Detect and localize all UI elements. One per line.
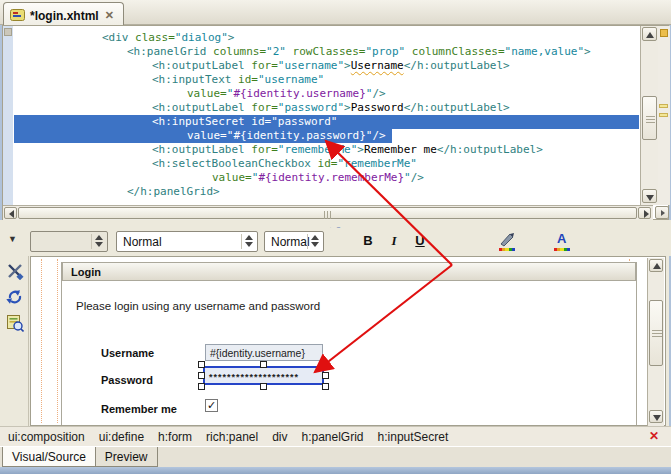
- code-line[interactable]: <h:panelGrid columns="2" rowClasses="pro…: [14, 45, 639, 59]
- scroll-thumb[interactable]: [642, 96, 657, 140]
- breadcrumb-item-ui-define[interactable]: ui:define: [99, 430, 144, 444]
- scroll-down-button[interactable]: [649, 410, 663, 423]
- code-token: #{identity.username}: [233, 87, 365, 100]
- code-token: columnClasses=: [405, 45, 504, 58]
- code-token: Username: [351, 59, 404, 72]
- code-token: />: [411, 171, 424, 184]
- breadcrumb-item-h-inputSecret[interactable]: h:inputSecret: [378, 430, 449, 444]
- selection-handle[interactable]: [322, 383, 329, 390]
- code-line[interactable]: <h:selectBooleanCheckbox id="rememberMe": [14, 157, 639, 171]
- panel-header[interactable]: Login: [62, 262, 636, 281]
- highlight-color-button[interactable]: [497, 231, 519, 252]
- code-token: "name,value": [505, 45, 584, 58]
- font-color-button[interactable]: A: [552, 231, 574, 252]
- element-breadcrumb-bar: ui:compositionui:defineh:formrich:paneld…: [0, 426, 671, 446]
- scroll-left-button[interactable]: [4, 207, 17, 219]
- code-token: value=: [187, 87, 227, 100]
- selection-handle[interactable]: [322, 361, 329, 368]
- code-line[interactable]: value="#{identity.password}"/>: [14, 129, 392, 143]
- source-horizontal-scrollbar[interactable]: [3, 205, 653, 220]
- tab-visual-source[interactable]: Visual/Source: [2, 447, 96, 467]
- code-area[interactable]: <div class="dialog"><h:panelGrid columns…: [14, 26, 639, 205]
- breadcrumb-item-h-form[interactable]: h:form: [158, 430, 192, 444]
- code-token: <div: [102, 31, 129, 44]
- design-canvas[interactable]: Login Please login using any username an…: [30, 256, 666, 426]
- code-token: />: [372, 87, 385, 100]
- tab-preview[interactable]: Preview: [96, 447, 158, 467]
- vpe-side-toolbar: [0, 256, 29, 426]
- code-token: </h:outputLabel>: [404, 101, 510, 114]
- scroll-right-button[interactable]: [638, 207, 651, 219]
- selection-handle[interactable]: [198, 383, 205, 390]
- selection-handle[interactable]: [260, 361, 267, 368]
- code-token: <h:inputSecret: [152, 115, 245, 128]
- remember-me-checkbox[interactable]: ✓: [205, 399, 218, 412]
- selection-handle[interactable]: [198, 372, 205, 379]
- breadcrumb-item-div[interactable]: div: [272, 430, 287, 444]
- code-token: </h:panelGrid>: [127, 185, 220, 198]
- scroll-thumb[interactable]: [649, 300, 663, 366]
- tab-login-xhtml[interactable]: *login.xhtml ✕: [3, 2, 124, 25]
- overview-ruler[interactable]: [658, 26, 670, 205]
- breadcrumb-item-h-panelGrid[interactable]: h:panelGrid: [301, 430, 363, 444]
- font-color-bar: [554, 248, 570, 251]
- selection-handle[interactable]: [198, 361, 205, 368]
- code-token: ": [404, 171, 411, 184]
- paragraph-format-combo[interactable]: Normal: [116, 231, 258, 252]
- code-line[interactable]: <h:outputLabel for="rememberMe">Remember…: [14, 143, 639, 157]
- code-line[interactable]: </h:panelGrid>: [14, 185, 639, 199]
- tab-close-icon[interactable]: ✕: [104, 9, 115, 22]
- visual-vertical-scrollbar[interactable]: [647, 258, 664, 426]
- font-format-combo[interactable]: Normal: [264, 231, 324, 252]
- annotation-gutter[interactable]: [3, 26, 13, 205]
- code-token: #{identity.password}: [233, 129, 365, 142]
- breadcrumb-item-rich-panel[interactable]: rich:panel: [206, 430, 258, 444]
- breadcrumb-item-ui-composition[interactable]: ui:composition: [8, 430, 85, 444]
- italic-button[interactable]: I: [384, 232, 404, 251]
- scroll-up-button[interactable]: [649, 259, 663, 272]
- source-vertical-scrollbar[interactable]: [640, 26, 658, 205]
- scroll-up-button[interactable]: [642, 27, 657, 41]
- toolbar-menu-icon[interactable]: ▼: [8, 234, 17, 244]
- password-field-selected[interactable]: ********************: [203, 366, 324, 385]
- selection-handle[interactable]: [322, 372, 329, 379]
- scroll-corner-button[interactable]: [655, 206, 669, 219]
- preferences-icon[interactable]: [6, 262, 24, 280]
- scroll-thumb[interactable]: [18, 207, 637, 219]
- editor-mode-tabs: Visual/SourcePreview: [0, 446, 671, 467]
- username-input[interactable]: #{identity.username}: [205, 344, 323, 361]
- code-token: for=: [245, 101, 278, 114]
- bold-button[interactable]: B: [358, 232, 378, 251]
- code-token: "dialog": [175, 31, 228, 44]
- code-line[interactable]: <h:outputLabel for="username">Username</…: [14, 59, 639, 73]
- code-token: />: [372, 129, 385, 142]
- code-token: for=: [245, 143, 278, 156]
- overview-annotation: [660, 29, 668, 37]
- selection-handle[interactable]: [260, 383, 267, 390]
- window-bottom-edge: [0, 467, 671, 474]
- code-token: Remember me: [364, 143, 437, 156]
- code-line[interactable]: <h:inputText id="username": [14, 73, 639, 87]
- code-token: id=: [231, 73, 258, 86]
- source-editor: <div class="dialog"><h:panelGrid columns…: [2, 25, 669, 220]
- style-combo[interactable]: [30, 231, 108, 252]
- refresh-icon[interactable]: [6, 288, 24, 306]
- code-token: "password": [271, 115, 337, 128]
- code-line[interactable]: <h:outputLabel for="password">Password</…: [14, 101, 639, 115]
- code-token: #{identity.rememberMe}: [258, 171, 404, 184]
- underline-button[interactable]: U: [410, 232, 430, 251]
- split-sash[interactable]: ▲▼: [0, 220, 671, 228]
- code-line[interactable]: value="#{identity.rememberMe}"/>: [14, 171, 639, 185]
- form-label: Password: [101, 374, 153, 386]
- error-icon[interactable]: ✕: [649, 429, 659, 443]
- code-token: "rememberMe": [278, 143, 357, 156]
- scroll-down-button[interactable]: [642, 189, 657, 203]
- code-line[interactable]: <h:inputSecret id="password": [14, 115, 639, 129]
- page-design-options-icon[interactable]: [6, 314, 24, 332]
- code-line[interactable]: value="#{identity.username}"/>: [14, 87, 639, 101]
- rich-panel[interactable]: Login Please login using any username an…: [61, 262, 637, 425]
- code-token: "rememberMe": [337, 157, 416, 170]
- code-line[interactable]: <div class="dialog">: [14, 31, 639, 45]
- code-token: "password": [278, 101, 344, 114]
- code-token: >: [344, 101, 351, 114]
